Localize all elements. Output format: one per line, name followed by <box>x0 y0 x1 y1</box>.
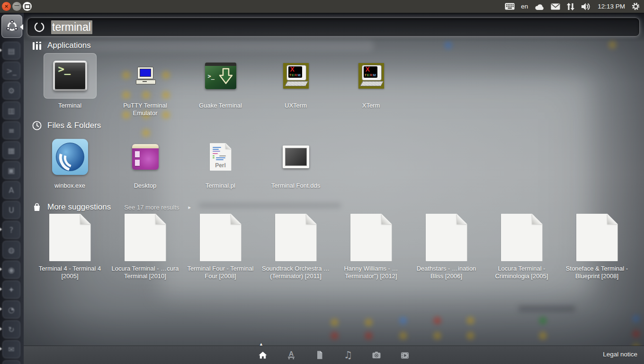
launcher-item-web-browser[interactable]: ◍ <box>2 241 20 259</box>
clock-indicator[interactable]: 12:13 PM <box>598 3 625 10</box>
launcher-item-ubuntu-dash-button[interactable] <box>1 15 22 38</box>
mail-icon[interactable] <box>551 3 560 10</box>
section-title: Files & Folders <box>47 121 101 130</box>
running-app-pip-icon <box>0 48 4 52</box>
launcher-item-libreoffice-calc[interactable]: ▦ <box>2 141 20 159</box>
search-input[interactable]: terminal <box>27 18 640 36</box>
home-icon <box>257 349 268 361</box>
keyboard-icon[interactable] <box>505 3 515 10</box>
suggestion-tile[interactable]: Terminal 4 - Terminal 4 [2005] <box>32 213 107 281</box>
applications-category-icon <box>32 41 42 50</box>
app-tile-putty[interactable]: PuTTY Terminal Emulator <box>107 53 183 118</box>
suggestion-tile[interactable]: Hanny Williams - …Terminator") [2012] <box>333 213 409 281</box>
lens-bar: ▲ A ♫ <box>24 346 644 364</box>
background-blur-text <box>199 203 341 208</box>
launcher-item-chromium[interactable]: ◔ <box>2 300 20 318</box>
file-tile-desktop[interactable]: Desktop <box>107 135 183 190</box>
suggestion-tile[interactable]: Soundtrack Orchestra … (Terminator) [201… <box>258 213 333 281</box>
suggestion-label: Locura Terminal - Criminologia [2005] <box>486 265 557 281</box>
background-blur-dot <box>365 318 373 327</box>
shopping-bag-icon <box>32 202 42 212</box>
file-tile-terminal-font[interactable]: Terminal Font.dds <box>258 135 333 190</box>
app-label: UXTerm <box>285 102 307 109</box>
lens-videos[interactable] <box>399 349 411 361</box>
launcher-item-game[interactable]: ✦ <box>2 281 20 299</box>
launcher-item-software-center[interactable]: A <box>2 181 20 199</box>
launcher-item-trash[interactable]: ▯ <box>2 360 20 364</box>
volume-icon[interactable] <box>581 2 591 11</box>
background-blur-dot <box>444 41 452 49</box>
lens-music[interactable]: ♫ <box>342 349 354 361</box>
app-tile-uxterm[interactable]: X TERM UXTerm <box>258 53 333 118</box>
blank-page-icon <box>576 214 618 261</box>
suggestion-tile[interactable]: Stoneface & Terminal - Blueprint [2008] <box>559 213 635 281</box>
launcher-item-software-updater[interactable]: ↻ <box>2 320 20 338</box>
background-blur-dot <box>365 332 373 340</box>
launcher-item-libreoffice-impress[interactable]: ▣ <box>2 161 20 179</box>
files-section-header[interactable]: Files & Folders <box>32 120 101 131</box>
suggestion-label: Soundtrack Orchestra … (Terminator) [201… <box>260 265 331 281</box>
applications-section-header[interactable]: Applications <box>32 40 91 51</box>
section-title: More suggestions <box>47 202 111 212</box>
legal-notice-link[interactable]: Legal notice <box>603 351 637 358</box>
music-lens-icon: ♫ <box>344 349 353 361</box>
background-blur-dot <box>331 318 339 327</box>
section-title: Applications <box>47 41 91 50</box>
videos-lens-icon <box>399 349 411 361</box>
game-icon: ✦ <box>8 285 14 294</box>
suggestion-label: Locura Terminal - …cura Terminal [2010] <box>110 265 181 281</box>
terminal-app-icon: >_ <box>53 61 87 91</box>
launcher-item-internet[interactable]: ◉ <box>2 261 20 279</box>
network-arrows-icon[interactable] <box>566 3 575 10</box>
applications-lens-icon: A <box>286 349 297 361</box>
window-maximize-button[interactable] <box>23 2 32 11</box>
suggestion-label: Deathstars - …ination Bliss [2006] <box>411 265 482 281</box>
background-blur-dot <box>632 315 640 323</box>
see-more-results-link[interactable]: See 17 more results <box>124 204 179 211</box>
launcher-item-system-monitor[interactable]: ▥ <box>2 101 20 119</box>
launcher-item-terminal[interactable]: >_ <box>2 62 20 80</box>
lens-home[interactable] <box>257 349 268 361</box>
minimize-icon: — <box>15 3 19 8</box>
suggestion-label: Hanny Williams - …Terminator") [2012] <box>336 265 407 281</box>
window-close-button[interactable]: ✕ <box>2 2 11 11</box>
putty-app-icon <box>135 66 156 86</box>
launcher-item-system-settings[interactable]: ⚙ <box>2 82 20 100</box>
suggestion-tile[interactable]: Locura Terminal - Criminologia [2005] <box>484 213 559 281</box>
app-label: Terminal <box>58 102 81 109</box>
app-tile-terminal[interactable]: >_ Terminal <box>32 53 107 118</box>
launcher-item-help[interactable]: ? <box>2 221 20 239</box>
suggestion-tile[interactable]: Deathstars - …ination Bliss [2006] <box>409 213 484 281</box>
selected-tile-highlight: >_ <box>44 53 97 99</box>
running-app-pip-icon <box>0 267 4 271</box>
app-tile-xterm[interactable]: X TERM XTerm <box>333 53 409 118</box>
internet-icon: ◉ <box>8 265 15 274</box>
cloud-icon[interactable] <box>534 3 545 10</box>
libreoffice-calc-icon: ▦ <box>8 146 15 155</box>
file-tile-winbox[interactable]: winbox.exe <box>32 135 107 190</box>
launcher-item-libreoffice-writer[interactable]: ≡ <box>2 121 20 139</box>
session-gear-icon[interactable] <box>631 2 640 11</box>
help-icon: ? <box>9 226 14 235</box>
suggestions-section-header[interactable]: More suggestions See 17 more results ▸ <box>32 201 191 213</box>
suggestion-tile[interactable]: Terminal Four - Terminal Four [2008] <box>183 213 258 281</box>
window-minimize-button[interactable]: — <box>12 2 21 11</box>
launcher-item-file-manager[interactable]: ▤ <box>2 42 20 60</box>
app-tile-guake[interactable]: >_ Guake Terminal <box>183 53 258 118</box>
image-file-icon <box>283 146 309 168</box>
focused-app-arrow-icon <box>17 24 23 30</box>
email-icon: ✉ <box>8 345 14 354</box>
lens-applications[interactable]: A <box>286 349 297 361</box>
file-label: Desktop <box>134 182 157 190</box>
launcher-item-ubuntu-one[interactable]: U <box>2 201 20 219</box>
suggestion-label: Stoneface & Terminal - Blueprint [2008] <box>562 265 633 281</box>
keyboard-layout-indicator[interactable]: en <box>521 3 528 10</box>
lens-photos[interactable] <box>371 349 382 361</box>
file-tile-terminal-pl[interactable]: Perl Terminal.pl <box>183 135 258 190</box>
background-blur-dot <box>433 317 441 325</box>
suggestion-tile[interactable]: Locura Terminal - …cura Terminal [2010] <box>107 213 183 281</box>
lens-files[interactable] <box>314 349 325 361</box>
background-blur-text <box>519 306 575 312</box>
background-blur-dot <box>331 332 339 340</box>
launcher-item-email[interactable]: ✉ <box>2 340 20 358</box>
